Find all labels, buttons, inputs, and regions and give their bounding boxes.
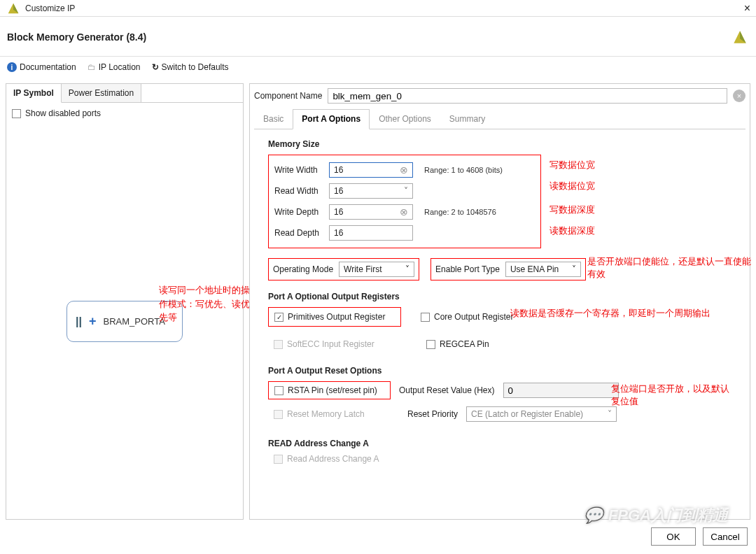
write-depth-row: Write Depth 16⊗ Range: 2 to 1048576 <box>274 204 535 220</box>
write-depth-label: Write Depth <box>274 207 323 217</box>
write-width-input[interactable]: 16⊗ <box>329 162 413 178</box>
watermark: 💬 FPGA入门到精通 <box>584 505 728 526</box>
softecc-label: SoftECC Input Register <box>287 339 374 349</box>
regcea-label: REGCEA Pin <box>440 339 489 349</box>
tab-other-options[interactable]: Other Options <box>370 109 440 129</box>
clear-icon[interactable]: ⊗ <box>400 206 408 218</box>
tab-basic[interactable]: Basic <box>254 109 293 129</box>
operating-mode-label: Operating Mode <box>273 264 333 274</box>
softecc-row: SoftECC Input Register <box>268 339 407 349</box>
read-width-select[interactable]: 16 <box>329 183 413 199</box>
operating-mode-select[interactable]: Write First˅ <box>339 262 414 277</box>
show-disabled-label: Show disabled ports <box>25 108 101 118</box>
chevron-down-icon: ˅ <box>405 264 410 274</box>
regcea-row: REGCEA Pin <box>426 339 489 349</box>
reset-priority-label: Reset Priority <box>407 409 458 419</box>
tab-port-a-options[interactable]: Port A Options <box>293 109 370 129</box>
show-disabled-row: Show disabled ports <box>6 103 243 124</box>
right-panel: Component Name × Basic Port A Options Ot… <box>249 83 750 520</box>
regcea-checkbox[interactable] <box>426 340 435 349</box>
annotation-write-depth: 写数据深度 <box>550 204 595 216</box>
reset-opt-title: Port A Output Reset Options <box>268 366 732 376</box>
symbol-area: || + BRAM_PORTA 读写同一个地址时的操作模式：写优先、读优先等 <box>6 124 243 519</box>
read-depth-input[interactable]: 16 <box>329 225 413 241</box>
orv-input[interactable] <box>503 383 619 398</box>
left-tabs: IP Symbol Power Estimation <box>6 84 243 103</box>
memory-size-group: Write Width 16⊗ Range: 1 to 4608 (bits) … <box>268 155 541 248</box>
opt-reg-title: Port A Optional Output Registers <box>268 292 732 301</box>
close-icon[interactable]: × <box>744 2 750 15</box>
clear-icon[interactable]: × <box>733 90 746 102</box>
enable-port-label: Enable Port Type <box>435 264 500 274</box>
ok-button[interactable]: OK <box>651 527 696 546</box>
annotation-write-width: 写数据位宽 <box>550 159 595 171</box>
switch-defaults-link[interactable]: ↻ Switch to Defaults <box>152 62 229 72</box>
memory-size-title: Memory Size <box>268 139 732 149</box>
cancel-button[interactable]: Cancel <box>703 527 748 546</box>
ip-location-label: IP Location <box>99 62 141 72</box>
plus-icon: + <box>89 314 97 329</box>
reset-priority-select[interactable]: CE (Latch or Register Enable)˅ <box>466 406 617 422</box>
annotation-optreg: 读数据是否缓存一个寄存器，即延时一个周期输出 <box>510 307 710 320</box>
read-addr-title: READ Address Change A <box>268 439 732 448</box>
rsta-label: RSTA Pin (set/reset pin) <box>288 385 377 395</box>
show-disabled-checkbox[interactable] <box>12 109 21 118</box>
window-title: Customize IP <box>25 3 75 13</box>
wechat-icon: 💬 <box>584 506 603 525</box>
left-panel: IP Symbol Power Estimation Show disabled… <box>6 83 244 520</box>
clear-icon[interactable]: ⊗ <box>400 164 408 176</box>
primitives-checkbox[interactable] <box>274 313 284 322</box>
write-width-label: Write Width <box>274 165 323 175</box>
documentation-label: Documentation <box>20 62 76 72</box>
vendor-logo-icon <box>731 28 749 46</box>
rml-label: Reset Memory Latch <box>287 409 365 419</box>
primitives-out-reg-row: Primitives Output Register <box>268 307 401 327</box>
tab-summary[interactable]: Summary <box>440 109 494 129</box>
tab-power-estimation[interactable]: Power Estimation <box>62 84 141 102</box>
chevron-down-icon: ˅ <box>608 409 612 419</box>
component-name-input[interactable] <box>328 88 727 104</box>
annotation-read-width: 读数据位宽 <box>550 180 595 192</box>
toolbar: i Documentation 🗀 IP Location ↻ Switch t… <box>0 57 756 78</box>
read-addr-checkbox <box>274 455 283 464</box>
reset-memory-latch-row: Reset Memory Latch <box>268 409 399 419</box>
read-addr-change-row: Read Address Change A <box>268 454 732 464</box>
watermark-text: FPGA入门到精通 <box>608 505 728 526</box>
core-checkbox[interactable] <box>421 313 430 322</box>
read-width-label: Read Width <box>274 186 323 196</box>
titlebar: Customize IP × <box>0 0 756 17</box>
read-addr-label: Read Address Change A <box>287 454 379 464</box>
rsta-row: RSTA Pin (set/reset pin) <box>268 381 391 399</box>
component-name-row: Component Name × <box>254 88 746 104</box>
core-out-reg-row: Core Output Register <box>421 307 513 327</box>
enable-port-group: Enable Port Type Use ENA Pin˅ <box>430 258 586 280</box>
rsta-checkbox[interactable] <box>274 386 284 395</box>
write-width-range: Range: 1 to 4608 (bits) <box>424 166 503 174</box>
switch-defaults-label: Switch to Defaults <box>162 62 229 72</box>
chevron-down-icon: ˅ <box>572 264 576 274</box>
bram-label: BRAM_PORTA <box>104 316 165 327</box>
orv-label: Output Reset Value (Hex) <box>399 385 495 395</box>
core-label: Core Output Register <box>434 312 513 322</box>
write-depth-input[interactable]: 16⊗ <box>329 204 413 220</box>
operating-mode-row: Operating Mode Write First˅ Enable Port … <box>268 258 732 280</box>
read-width-row: Read Width 16 <box>274 183 535 199</box>
optional-output-registers: Port A Optional Output Registers Primiti… <box>268 292 732 355</box>
read-depth-label: Read Depth <box>274 228 323 238</box>
right-tabs: Basic Port A Options Other Options Summa… <box>254 109 746 129</box>
output-reset-options: Port A Output Reset Options RSTA Pin (se… <box>268 366 732 422</box>
info-icon: i <box>7 62 17 72</box>
read-depth-row: Read Depth 16 <box>274 225 535 241</box>
page-title: Block Memory Generator (8.4) <box>7 31 146 43</box>
component-name-label: Component Name <box>254 91 322 101</box>
operating-mode-group: Operating Mode Write First˅ <box>268 258 419 280</box>
read-address-change: READ Address Change A Read Address Chang… <box>268 439 732 464</box>
tab-ip-symbol[interactable]: IP Symbol <box>6 84 62 103</box>
app-logo-icon <box>6 1 21 16</box>
ip-location-link[interactable]: 🗀 IP Location <box>88 62 141 72</box>
annotation-reset: 复位端口是否开放，以及默认复位值 <box>611 383 732 408</box>
enable-port-select[interactable]: Use ENA Pin˅ <box>505 262 581 277</box>
softecc-checkbox <box>274 340 283 349</box>
port-lines-icon: || <box>76 315 82 328</box>
documentation-link[interactable]: i Documentation <box>7 62 76 72</box>
